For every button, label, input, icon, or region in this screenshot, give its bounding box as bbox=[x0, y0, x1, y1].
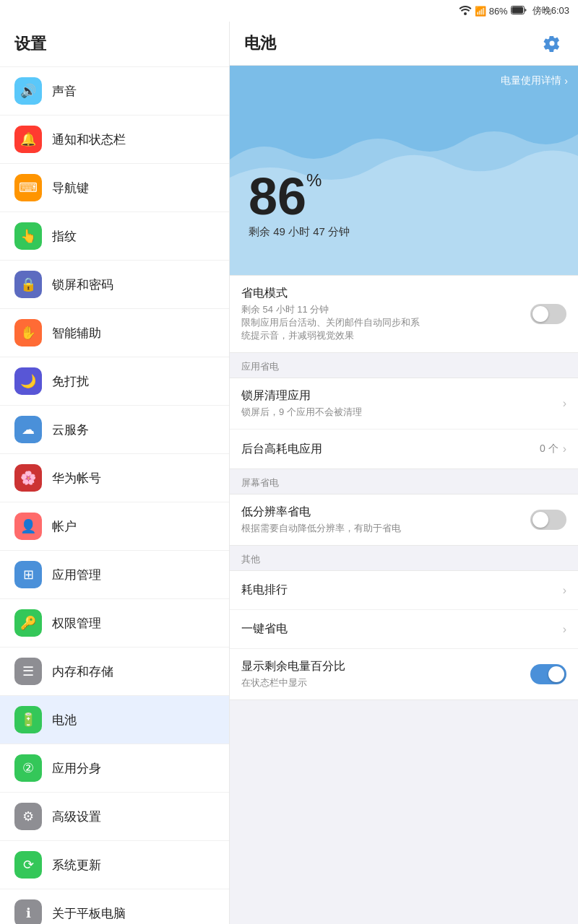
sidebar-icon-permissions: 🔑 bbox=[14, 609, 42, 637]
sidebar-item-advanced[interactable]: ⚙ 高级设置 bbox=[0, 793, 229, 841]
sidebar-item-navigation[interactable]: ⌨ 导航键 bbox=[0, 164, 229, 212]
section-header-screen-power: 屏幕省电 bbox=[230, 469, 578, 494]
battery-percent: 86% bbox=[489, 6, 508, 17]
battery-usage-link[interactable]: 电量使用详情 › bbox=[501, 74, 568, 87]
sidebar-icon-advanced: ⚙ bbox=[14, 803, 42, 830]
sidebar-icon-smart-assist: ✋ bbox=[14, 319, 42, 346]
sidebar-item-update[interactable]: ⟳ 系统更新 bbox=[0, 841, 229, 889]
gear-button[interactable] bbox=[540, 32, 564, 55]
battery-sign: % bbox=[306, 170, 322, 191]
row-right-one-key-save: › bbox=[563, 623, 566, 636]
battery-number: 86 bbox=[249, 170, 306, 222]
signal-icon: 📶 bbox=[475, 6, 486, 17]
settings-card-power-saving: 省电模式 剩余 54 小时 11 分钟限制应用后台活动、关闭邮件自动同步和系统提… bbox=[230, 275, 578, 353]
row-subtitle-low-res: 根据需要自动降低分辨率，有助于省电 bbox=[241, 522, 523, 535]
sidebar-item-fingerprint[interactable]: 👆 指纹 bbox=[0, 212, 229, 261]
row-content-power-save-mode: 省电模式 剩余 54 小时 11 分钟限制应用后台活动、关闭邮件自动同步和系统提… bbox=[241, 286, 523, 342]
row-content-low-res: 低分辨率省电 根据需要自动降低分辨率，有助于省电 bbox=[241, 505, 523, 535]
settings-row-lock-screen-clean[interactable]: 锁屏清理应用 锁屏后，9 个应用不会被清理 › bbox=[230, 378, 578, 430]
section-header-other: 其他 bbox=[230, 546, 578, 570]
sidebar-item-smart-assist[interactable]: ✋ 智能辅助 bbox=[0, 309, 229, 357]
sidebar-icon-lockscreen: 🔒 bbox=[14, 271, 42, 298]
sidebar-item-app-manage[interactable]: ⊞ 应用管理 bbox=[0, 551, 229, 599]
sidebar-header: 设置 bbox=[0, 22, 229, 67]
section-app-power: 应用省电 锁屏清理应用 锁屏后，9 个应用不会被清理 › 后台高耗电应用 0 个… bbox=[230, 353, 578, 469]
chevron-icon-power-rank: › bbox=[563, 584, 566, 597]
sidebar-label-notification: 通知和状态栏 bbox=[52, 131, 126, 148]
sidebar-label-advanced: 高级设置 bbox=[52, 808, 101, 825]
sidebar-label-smart-assist: 智能辅助 bbox=[52, 325, 101, 341]
row-content-one-key-save: 一键省电 bbox=[241, 622, 556, 637]
row-content-power-rank: 耗电排行 bbox=[241, 583, 556, 598]
settings-row-low-res[interactable]: 低分辨率省电 根据需要自动降低分辨率，有助于省电 bbox=[230, 494, 578, 545]
sidebar-icon-account: 🌸 bbox=[14, 464, 42, 492]
toggle-power-save-mode[interactable] bbox=[530, 304, 566, 324]
sidebar-label-account: 华为帐号 bbox=[52, 470, 101, 487]
right-panel-title: 电池 bbox=[244, 32, 276, 54]
toggle-knob-power-save-mode bbox=[532, 306, 548, 322]
sidebar-item-battery[interactable]: 🔋 电池 bbox=[0, 696, 229, 744]
right-panel: 电池 电量使用详情 › 86 % bbox=[230, 22, 578, 924]
sidebar-item-cloud[interactable]: ☁ 云服务 bbox=[0, 406, 229, 454]
row-right-background-high: 0 个 › bbox=[540, 443, 566, 456]
sidebar-item-dnd[interactable]: 🌙 免打扰 bbox=[0, 357, 229, 406]
settings-row-background-high[interactable]: 后台高耗电应用 0 个 › bbox=[230, 430, 578, 468]
sidebar-label-dnd: 免打扰 bbox=[52, 373, 89, 390]
settings-row-power-save-mode[interactable]: 省电模式 剩余 54 小时 11 分钟限制应用后台活动、关闭邮件自动同步和系统提… bbox=[230, 276, 578, 352]
sidebar-icon-about: ℹ bbox=[14, 899, 42, 924]
sidebar-item-account[interactable]: 🌸 华为帐号 bbox=[0, 454, 229, 502]
toggle-low-res[interactable] bbox=[530, 510, 566, 530]
sidebar: 设置 🔊 声音 🔔 通知和状态栏 ⌨ 导航键 👆 指纹 🔒 锁屏和密码 ✋ 智能… bbox=[0, 22, 230, 924]
section-header-app-power: 应用省电 bbox=[230, 353, 578, 378]
sidebar-label-about: 关于平板电脑 bbox=[52, 905, 126, 922]
settings-card-app-power: 锁屏清理应用 锁屏后，9 个应用不会被清理 › 后台高耗电应用 0 个 › bbox=[230, 378, 578, 469]
battery-icon bbox=[511, 6, 527, 17]
sidebar-icon-dnd: 🌙 bbox=[14, 367, 42, 395]
chevron-icon-one-key-save: › bbox=[563, 623, 566, 636]
row-title-power-rank: 耗电排行 bbox=[241, 583, 556, 598]
row-title-background-high: 后台高耗电应用 bbox=[241, 442, 532, 457]
sidebar-icon-notification: 🔔 bbox=[14, 126, 42, 153]
sidebar-item-lockscreen[interactable]: 🔒 锁屏和密码 bbox=[0, 261, 229, 309]
chevron-icon-background-high: › bbox=[563, 443, 566, 456]
settings-sections: 省电模式 剩余 54 小时 11 分钟限制应用后台活动、关闭邮件自动同步和系统提… bbox=[230, 275, 578, 700]
sidebar-icon-update: ⟳ bbox=[14, 851, 42, 879]
sidebar-item-permissions[interactable]: 🔑 权限管理 bbox=[0, 599, 229, 648]
section-screen-power: 屏幕省电 低分辨率省电 根据需要自动降低分辨率，有助于省电 bbox=[230, 469, 578, 546]
sidebar-label-app-twin: 应用分身 bbox=[52, 760, 101, 777]
wifi-icon bbox=[459, 5, 472, 17]
sidebar-icon-app-twin: ② bbox=[14, 754, 42, 782]
sidebar-icon-app-manage: ⊞ bbox=[14, 561, 42, 588]
sidebar-item-notification[interactable]: 🔔 通知和状态栏 bbox=[0, 116, 229, 164]
sidebar-item-app-twin[interactable]: ② 应用分身 bbox=[0, 744, 229, 793]
row-right-lock-screen-clean: › bbox=[563, 397, 566, 410]
sidebar-icon-sound: 🔊 bbox=[14, 77, 42, 105]
toggle-knob-low-res bbox=[532, 512, 548, 528]
row-right-power-save-mode bbox=[530, 304, 566, 324]
row-content-show-percent: 显示剩余电量百分比 在状态栏中显示 bbox=[241, 659, 523, 689]
sidebar-label-battery: 电池 bbox=[52, 712, 77, 728]
sidebar-label-sound: 声音 bbox=[52, 83, 77, 100]
status-bar: 📶 86% 傍晚6:03 bbox=[0, 0, 578, 22]
sidebar-label-lockscreen: 锁屏和密码 bbox=[52, 276, 113, 293]
sidebar-item-about[interactable]: ℹ 关于平板电脑 bbox=[0, 889, 229, 924]
sidebar-item-storage[interactable]: ☰ 内存和存储 bbox=[0, 648, 229, 696]
battery-graphic: 电量使用详情 › 86 % 剩余 49 小时 47 分钟 bbox=[230, 66, 578, 275]
chevron-right-icon: › bbox=[564, 75, 568, 87]
toggle-show-percent[interactable] bbox=[530, 664, 566, 684]
row-subtitle-show-percent: 在状态栏中显示 bbox=[241, 676, 523, 689]
sidebar-item-sound[interactable]: 🔊 声音 bbox=[0, 67, 229, 116]
settings-row-power-rank[interactable]: 耗电排行 › bbox=[230, 571, 578, 610]
row-title-low-res: 低分辨率省电 bbox=[241, 505, 523, 520]
sidebar-label-fingerprint: 指纹 bbox=[52, 228, 77, 245]
row-content-lock-screen-clean: 锁屏清理应用 锁屏后，9 个应用不会被清理 bbox=[241, 388, 556, 419]
badge-count-background-high: 0 个 bbox=[540, 443, 558, 456]
row-title-show-percent: 显示剩余电量百分比 bbox=[241, 659, 523, 674]
sidebar-label-update: 系统更新 bbox=[52, 857, 101, 873]
settings-row-show-percent[interactable]: 显示剩余电量百分比 在状态栏中显示 bbox=[230, 649, 578, 699]
settings-row-one-key-save[interactable]: 一键省电 › bbox=[230, 610, 578, 649]
chevron-icon-lock-screen-clean: › bbox=[563, 397, 566, 410]
sidebar-item-user[interactable]: 👤 帐户 bbox=[0, 502, 229, 551]
status-icons: 📶 86% 傍晚6:03 bbox=[459, 4, 569, 17]
sidebar-label-user: 帐户 bbox=[52, 518, 77, 535]
